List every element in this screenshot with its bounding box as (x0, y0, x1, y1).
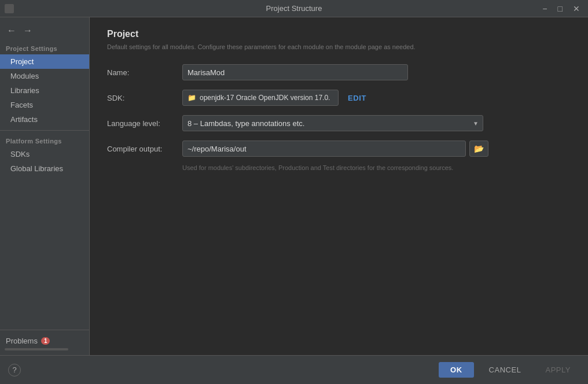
compiler-output-label: Compiler output: (107, 145, 182, 153)
sidebar-item-facets[interactable]: Facets (0, 98, 89, 112)
bottom-bar: ? OK CANCEL APPLY (0, 355, 588, 384)
content-subtitle: Default settings for all modules. Config… (107, 43, 571, 51)
maximize-button[interactable]: □ (554, 3, 566, 14)
close-button[interactable]: ✕ (569, 3, 583, 14)
folder-icon: 📂 (474, 144, 484, 153)
help-button[interactable]: ? (8, 364, 21, 376)
language-level-select-wrapper: 8 – Lambdas, type annotations etc. ▼ (182, 115, 483, 131)
sidebar-item-modules[interactable]: Modules (0, 69, 89, 83)
content-title: Project (107, 29, 571, 39)
platform-settings-label: Platform Settings (0, 134, 89, 147)
sdk-input-wrapper: 📁 openjdk-17 Oracle OpenJDK version 17.0… (182, 90, 339, 106)
sidebar-spacer (0, 176, 89, 326)
language-level-select[interactable]: 8 – Lambdas, type annotations etc. (182, 115, 483, 131)
compiler-output-row: Compiler output: 📂 (107, 141, 571, 157)
name-control (182, 64, 571, 80)
sidebar-item-project[interactable]: Project (0, 54, 89, 69)
sidebar-divider-bottom (0, 330, 89, 330)
window-controls: − □ ✕ (539, 3, 583, 14)
sdk-row: SDK: 📁 openjdk-17 Oracle OpenJDK version… (107, 90, 571, 106)
sidebar-item-libraries[interactable]: Libraries (0, 83, 89, 98)
project-settings-label: Project Settings (0, 42, 89, 54)
sdk-value: openjdk-17 Oracle OpenJDK version 17.0. (200, 94, 330, 102)
ok-button[interactable]: OK (439, 362, 474, 378)
sidebar-item-artifacts[interactable]: Artifacts (0, 112, 89, 127)
compiler-output-hint: Used for modules' subdirectories, Produc… (182, 164, 571, 172)
compiler-output-input[interactable] (182, 141, 466, 157)
content-area: Project Default settings for all modules… (90, 17, 588, 355)
name-input[interactable] (182, 64, 408, 80)
sidebar: ← → Project Settings Project Modules Lib… (0, 17, 90, 355)
problems-badge: 1 (41, 337, 50, 345)
name-label: Name: (107, 68, 182, 77)
language-level-row: Language level: 8 – Lambdas, type annota… (107, 115, 571, 131)
language-level-label: Language level: (107, 119, 182, 128)
compiler-output-control: 📂 (182, 141, 571, 157)
sdk-label: SDK: (107, 94, 182, 102)
sdk-control: 📁 openjdk-17 Oracle OpenJDK version 17.0… (182, 90, 571, 106)
sdk-folder-icon: 📁 (188, 94, 196, 102)
sidebar-divider (0, 130, 89, 131)
app-icon (5, 4, 14, 13)
sidebar-item-problems[interactable]: Problems 1 (0, 334, 89, 348)
name-row: Name: (107, 64, 571, 80)
dialog-title: Project Structure (266, 4, 322, 13)
nav-back-button[interactable]: ← (5, 24, 19, 37)
title-bar: Project Structure − □ ✕ (0, 0, 588, 17)
cancel-button[interactable]: CANCEL (480, 362, 531, 378)
nav-forward-button[interactable]: → (21, 24, 35, 37)
language-level-control: 8 – Lambdas, type annotations etc. ▼ (182, 115, 571, 131)
main-layout: ← → Project Settings Project Modules Lib… (0, 17, 588, 355)
minimize-button[interactable]: − (539, 3, 550, 14)
sidebar-item-global-libraries[interactable]: Global Libraries (0, 161, 89, 176)
nav-buttons: ← → (0, 22, 89, 42)
apply-button[interactable]: APPLY (536, 362, 580, 378)
sdk-edit-button[interactable]: EDIT (344, 93, 370, 104)
action-buttons: OK CANCEL APPLY (439, 362, 580, 378)
browse-folder-button[interactable]: 📂 (469, 141, 488, 157)
sidebar-item-sdks[interactable]: SDKs (0, 147, 89, 161)
